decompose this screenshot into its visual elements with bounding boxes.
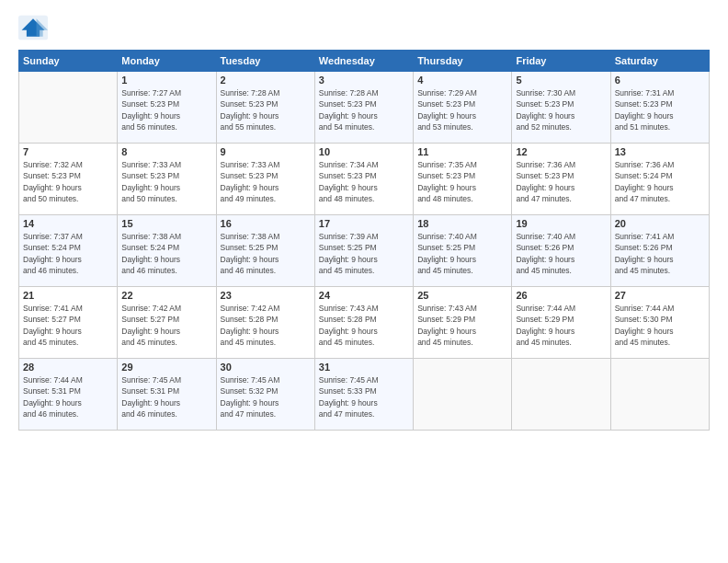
day-info: Sunrise: 7:37 AM Sunset: 5:24 PM Dayligh… [23,231,113,276]
cell-4-6: 26Sunrise: 7:44 AM Sunset: 5:29 PM Dayli… [512,287,610,359]
day-info: Sunrise: 7:40 AM Sunset: 5:26 PM Dayligh… [516,231,606,276]
day-number: 22 [121,290,211,301]
day-number: 14 [23,218,113,229]
week-row-3: 14Sunrise: 7:37 AM Sunset: 5:24 PM Dayli… [19,215,710,287]
cell-4-3: 23Sunrise: 7:42 AM Sunset: 5:28 PM Dayli… [216,287,314,359]
cell-5-1: 28Sunrise: 7:44 AM Sunset: 5:31 PM Dayli… [19,359,118,431]
cell-5-6 [512,359,610,431]
day-info: Sunrise: 7:43 AM Sunset: 5:29 PM Dayligh… [417,303,507,348]
day-number: 20 [615,218,705,229]
day-number: 13 [615,146,705,157]
day-info: Sunrise: 7:35 AM Sunset: 5:23 PM Dayligh… [417,159,507,204]
cell-3-3: 16Sunrise: 7:38 AM Sunset: 5:25 PM Dayli… [216,215,314,287]
day-info: Sunrise: 7:41 AM Sunset: 5:26 PM Dayligh… [615,231,705,276]
col-header-friday: Friday [512,51,610,72]
day-info: Sunrise: 7:41 AM Sunset: 5:27 PM Dayligh… [23,303,113,348]
header-row: SundayMondayTuesdayWednesdayThursdayFrid… [19,51,710,72]
cell-1-3: 2Sunrise: 7:28 AM Sunset: 5:23 PM Daylig… [216,72,314,144]
day-number: 28 [23,362,113,373]
day-number: 24 [319,290,409,301]
calendar-table: SundayMondayTuesdayWednesdayThursdayFrid… [18,50,710,431]
day-number: 16 [221,218,311,229]
day-info: Sunrise: 7:30 AM Sunset: 5:23 PM Dayligh… [516,87,606,132]
day-info: Sunrise: 7:31 AM Sunset: 5:23 PM Dayligh… [615,87,705,132]
day-info: Sunrise: 7:44 AM Sunset: 5:29 PM Dayligh… [516,303,606,348]
week-row-1: 1Sunrise: 7:27 AM Sunset: 5:23 PM Daylig… [19,72,710,144]
cell-5-7 [610,359,709,431]
day-number: 4 [417,75,507,86]
cell-2-5: 11Sunrise: 7:35 AM Sunset: 5:23 PM Dayli… [414,144,512,215]
day-info: Sunrise: 7:42 AM Sunset: 5:27 PM Dayligh… [121,303,211,348]
cell-3-4: 17Sunrise: 7:39 AM Sunset: 5:25 PM Dayli… [314,215,413,287]
day-number: 7 [23,146,113,157]
day-number: 25 [417,290,507,301]
day-info: Sunrise: 7:45 AM Sunset: 5:32 PM Dayligh… [221,374,311,419]
day-info: Sunrise: 7:28 AM Sunset: 5:23 PM Dayligh… [319,87,409,132]
day-info: Sunrise: 7:33 AM Sunset: 5:23 PM Dayligh… [121,159,211,204]
day-info: Sunrise: 7:36 AM Sunset: 5:23 PM Dayligh… [516,159,606,204]
cell-2-2: 8Sunrise: 7:33 AM Sunset: 5:23 PM Daylig… [118,144,216,215]
day-number: 5 [516,75,606,86]
cell-3-1: 14Sunrise: 7:37 AM Sunset: 5:24 PM Dayli… [19,215,118,287]
cell-1-4: 3Sunrise: 7:28 AM Sunset: 5:23 PM Daylig… [314,72,413,144]
day-number: 31 [319,362,409,373]
day-number: 30 [221,362,311,373]
day-info: Sunrise: 7:44 AM Sunset: 5:30 PM Dayligh… [615,303,705,348]
cell-2-6: 12Sunrise: 7:36 AM Sunset: 5:23 PM Dayli… [512,144,610,215]
cell-1-6: 5Sunrise: 7:30 AM Sunset: 5:23 PM Daylig… [512,72,610,144]
header [18,15,710,40]
cell-5-2: 29Sunrise: 7:45 AM Sunset: 5:31 PM Dayli… [118,359,216,431]
day-number: 9 [221,146,311,157]
day-number: 18 [417,218,507,229]
day-info: Sunrise: 7:38 AM Sunset: 5:24 PM Dayligh… [121,231,211,276]
col-header-sunday: Sunday [19,51,118,72]
cell-1-2: 1Sunrise: 7:27 AM Sunset: 5:23 PM Daylig… [118,72,216,144]
day-info: Sunrise: 7:42 AM Sunset: 5:28 PM Dayligh… [221,303,311,348]
cell-5-5 [414,359,512,431]
cell-1-7: 6Sunrise: 7:31 AM Sunset: 5:23 PM Daylig… [610,72,709,144]
cell-2-4: 10Sunrise: 7:34 AM Sunset: 5:23 PM Dayli… [314,144,413,215]
cell-4-7: 27Sunrise: 7:44 AM Sunset: 5:30 PM Dayli… [610,287,709,359]
day-info: Sunrise: 7:29 AM Sunset: 5:23 PM Dayligh… [417,87,507,132]
cell-1-1 [19,72,118,144]
day-number: 19 [516,218,606,229]
cell-5-3: 30Sunrise: 7:45 AM Sunset: 5:32 PM Dayli… [216,359,314,431]
day-number: 8 [121,146,211,157]
day-number: 21 [23,290,113,301]
day-info: Sunrise: 7:34 AM Sunset: 5:23 PM Dayligh… [319,159,409,204]
day-info: Sunrise: 7:39 AM Sunset: 5:25 PM Dayligh… [319,231,409,276]
day-info: Sunrise: 7:32 AM Sunset: 5:23 PM Dayligh… [23,159,113,204]
day-number: 10 [319,146,409,157]
cell-4-4: 24Sunrise: 7:43 AM Sunset: 5:28 PM Dayli… [314,287,413,359]
day-info: Sunrise: 7:33 AM Sunset: 5:23 PM Dayligh… [221,159,311,204]
day-number: 15 [121,218,211,229]
logo [18,15,50,40]
cell-5-4: 31Sunrise: 7:45 AM Sunset: 5:33 PM Dayli… [314,359,413,431]
day-number: 1 [121,75,211,86]
col-header-monday: Monday [118,51,216,72]
day-number: 11 [417,146,507,157]
day-number: 17 [319,218,409,229]
col-header-thursday: Thursday [414,51,512,72]
day-number: 27 [615,290,705,301]
day-info: Sunrise: 7:38 AM Sunset: 5:25 PM Dayligh… [221,231,311,276]
col-header-saturday: Saturday [610,51,709,72]
col-header-tuesday: Tuesday [216,51,314,72]
cell-2-3: 9Sunrise: 7:33 AM Sunset: 5:23 PM Daylig… [216,144,314,215]
day-number: 12 [516,146,606,157]
day-number: 6 [615,75,705,86]
week-row-2: 7Sunrise: 7:32 AM Sunset: 5:23 PM Daylig… [19,144,710,215]
cell-4-2: 22Sunrise: 7:42 AM Sunset: 5:27 PM Dayli… [118,287,216,359]
cell-4-5: 25Sunrise: 7:43 AM Sunset: 5:29 PM Dayli… [414,287,512,359]
col-header-wednesday: Wednesday [314,51,413,72]
week-row-5: 28Sunrise: 7:44 AM Sunset: 5:31 PM Dayli… [19,359,710,431]
day-info: Sunrise: 7:40 AM Sunset: 5:25 PM Dayligh… [417,231,507,276]
day-number: 3 [319,75,409,86]
logo-icon [18,15,48,40]
cell-3-2: 15Sunrise: 7:38 AM Sunset: 5:24 PM Dayli… [118,215,216,287]
day-info: Sunrise: 7:36 AM Sunset: 5:24 PM Dayligh… [615,159,705,204]
day-info: Sunrise: 7:43 AM Sunset: 5:28 PM Dayligh… [319,303,409,348]
day-info: Sunrise: 7:44 AM Sunset: 5:31 PM Dayligh… [23,374,113,419]
cell-2-1: 7Sunrise: 7:32 AM Sunset: 5:23 PM Daylig… [19,144,118,215]
day-number: 29 [121,362,211,373]
